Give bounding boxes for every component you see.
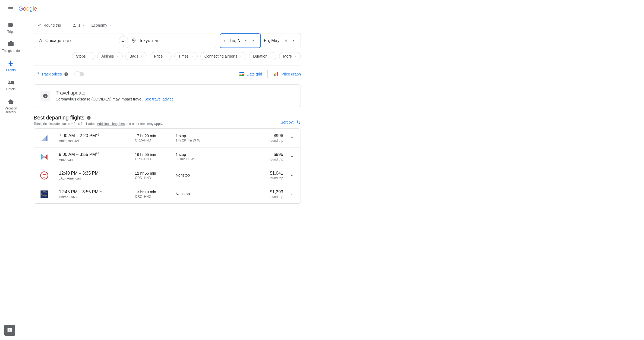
svg-rect-8 bbox=[277, 72, 278, 76]
flight-stops: 1 stop bbox=[176, 134, 222, 138]
flight-price: $996 bbox=[269, 133, 283, 138]
filter-times[interactable]: Times bbox=[174, 52, 198, 60]
sidebar-item-vacation-rentals[interactable]: Vacation rentals bbox=[1, 95, 21, 117]
return-date-field[interactable] bbox=[264, 38, 280, 43]
flight-duration: 16 hr 55 min bbox=[135, 152, 176, 157]
hamburger-icon bbox=[8, 5, 14, 12]
flight-trip-type: round trip bbox=[269, 195, 283, 199]
origin-dot-icon bbox=[38, 39, 43, 43]
flight-row[interactable]: 7:00 AM – 2:20 PM+1 American, JAL 17 hr … bbox=[34, 129, 301, 147]
return-prev-day-button[interactable] bbox=[282, 37, 290, 45]
house-icon bbox=[8, 98, 14, 105]
flight-row[interactable]: 9:00 AM – 3:55 PM+1 American 16 hr 55 mi… bbox=[34, 147, 301, 166]
filter-connecting-airports[interactable]: Connecting airports bbox=[200, 52, 246, 60]
sidebar-item-trips[interactable]: Trips bbox=[1, 18, 21, 36]
sidebar-item-label: Trips bbox=[7, 30, 14, 34]
flight-times: 12:45 PM – 3:55 PM+1 bbox=[59, 189, 135, 194]
svg-point-0 bbox=[39, 39, 42, 42]
trip-type-select[interactable]: Round trip bbox=[37, 22, 65, 29]
depart-date-input[interactable] bbox=[220, 33, 261, 48]
chevron-down-icon bbox=[239, 55, 242, 58]
filter-label: Price bbox=[154, 54, 163, 58]
track-prices-button[interactable]: Track prices bbox=[34, 71, 68, 77]
plane-icon bbox=[8, 60, 14, 67]
bag-fees-link[interactable]: Additional bag fees bbox=[97, 122, 125, 126]
chevron-down-icon bbox=[165, 55, 168, 58]
flight-times: 7:00 AM – 2:20 PM+1 bbox=[59, 133, 135, 138]
filter-airlines[interactable]: Airlines bbox=[97, 52, 123, 60]
airline-logo bbox=[39, 152, 49, 162]
chevron-down-icon bbox=[140, 55, 143, 58]
sort-arrows-icon bbox=[296, 120, 301, 125]
passengers-select[interactable]: 1 bbox=[72, 22, 85, 29]
sidebar-item-flights[interactable]: Flights bbox=[1, 57, 21, 75]
chevron-down-icon bbox=[294, 55, 297, 58]
airline-logo bbox=[39, 133, 49, 143]
results-heading: Best departing flights bbox=[34, 115, 84, 121]
hamburger-menu-button[interactable] bbox=[4, 2, 17, 15]
svg-rect-6 bbox=[274, 74, 275, 76]
sidebar-item-things-to-do[interactable]: Things to do bbox=[1, 37, 21, 55]
location-pin-icon bbox=[131, 38, 136, 43]
chevron-down-icon bbox=[289, 191, 295, 197]
filter-stops[interactable]: Stops bbox=[72, 52, 95, 60]
flight-row[interactable]: JAL 12:40 PM – 3:35 PM+1 JAL · American … bbox=[34, 166, 301, 185]
filter-more[interactable]: More bbox=[279, 52, 301, 60]
chevron-down-icon bbox=[88, 55, 90, 58]
flight-times: 12:40 PM – 3:35 PM+1 bbox=[59, 171, 135, 176]
chevron-down-icon bbox=[289, 135, 295, 141]
origin-input-box[interactable]: Chicago ORD bbox=[34, 33, 124, 48]
swap-locations-button[interactable] bbox=[119, 36, 128, 45]
svg-rect-7 bbox=[276, 73, 277, 76]
return-date-input[interactable] bbox=[261, 33, 301, 48]
price-graph-button[interactable]: Price graph bbox=[273, 71, 301, 77]
expand-flight-button[interactable] bbox=[289, 191, 295, 197]
camera-icon bbox=[8, 41, 14, 47]
calendar-icon bbox=[223, 38, 225, 43]
sidebar-item-label: Things to do bbox=[2, 49, 20, 53]
flight-stop-detail: 52 min DFW bbox=[176, 157, 222, 161]
travel-advice-link[interactable]: See travel advice bbox=[144, 97, 173, 101]
date-grid-button[interactable]: Date grid bbox=[239, 71, 262, 77]
filter-label: Times bbox=[178, 54, 189, 58]
expand-flight-button[interactable] bbox=[289, 135, 295, 141]
sidebar-item-hotels[interactable]: Hotels bbox=[1, 76, 21, 94]
flight-route: ORD–HND bbox=[135, 176, 176, 180]
chevron-down-icon bbox=[82, 24, 85, 27]
flight-stops: 1 stop bbox=[176, 152, 222, 157]
sidebar: TripsThings to doFlightsHotelsVacation r… bbox=[0, 17, 22, 117]
depart-prev-day-button[interactable] bbox=[242, 37, 250, 45]
svg-rect-5 bbox=[239, 75, 244, 76]
travel-update-body: Coronavirus disease (COVID-19) may impac… bbox=[56, 97, 143, 101]
filter-label: Bags bbox=[130, 54, 138, 58]
destination-input-box[interactable]: Tokyo HND bbox=[127, 33, 217, 48]
airline-logo: JAL bbox=[39, 171, 49, 180]
track-prices-toggle[interactable] bbox=[75, 72, 84, 76]
flight-airlines: American, JAL bbox=[59, 139, 135, 143]
flight-route: ORD–HND bbox=[135, 195, 176, 199]
filter-bags[interactable]: Bags bbox=[125, 52, 147, 60]
info-icon[interactable] bbox=[87, 116, 91, 120]
flight-price: $996 bbox=[269, 152, 283, 157]
expand-flight-button[interactable] bbox=[289, 172, 295, 179]
flight-price: $1,041 bbox=[269, 171, 283, 176]
expand-flight-button[interactable] bbox=[289, 153, 295, 160]
cabin-class-select[interactable]: Economy bbox=[91, 22, 111, 29]
sidebar-item-label: Flights bbox=[6, 68, 15, 72]
sort-by-button[interactable]: Sort by: bbox=[281, 120, 301, 125]
filter-label: Airlines bbox=[101, 54, 114, 58]
return-next-day-button[interactable] bbox=[290, 37, 297, 45]
flight-airlines: American bbox=[59, 158, 135, 162]
flight-row[interactable]: 12:45 PM – 3:55 PM+1 United · ANA 13 hr … bbox=[34, 185, 301, 203]
filter-price[interactable]: Price bbox=[150, 52, 172, 60]
sidebar-item-label: Vacation rentals bbox=[1, 106, 21, 114]
bed-icon bbox=[8, 79, 14, 86]
depart-next-day-button[interactable] bbox=[250, 37, 257, 45]
filter-label: Connecting airports bbox=[204, 54, 237, 58]
sidebar-item-label: Hotels bbox=[6, 87, 15, 91]
flight-stop-detail: 1 hr 28 min DFW bbox=[176, 138, 222, 142]
filter-duration[interactable]: Duration bbox=[249, 52, 276, 60]
chevron-down-icon bbox=[109, 24, 112, 27]
google-logo[interactable]: Google bbox=[18, 5, 37, 12]
depart-date-field[interactable] bbox=[228, 38, 240, 43]
